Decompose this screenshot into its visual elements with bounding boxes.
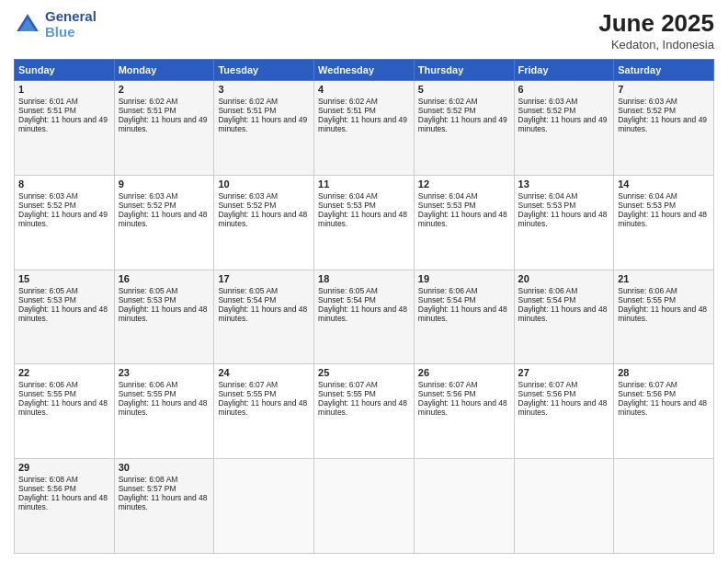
day-info: Sunrise: 6:06 AMSunset: 5:55 PMDaylight:… bbox=[618, 286, 707, 323]
day-info: Sunrise: 6:03 AMSunset: 5:52 PMDaylight:… bbox=[218, 191, 307, 228]
day-number: 12 bbox=[418, 178, 510, 190]
calendar-cell: 1Sunrise: 6:01 AMSunset: 5:51 PMDaylight… bbox=[15, 81, 115, 176]
day-header: Saturday bbox=[614, 60, 714, 81]
day-number: 3 bbox=[218, 84, 310, 95]
calendar-cell: 9Sunrise: 6:03 AMSunset: 5:52 PMDaylight… bbox=[114, 175, 214, 270]
day-number: 17 bbox=[218, 273, 310, 284]
day-info: Sunrise: 6:07 AMSunset: 5:55 PMDaylight:… bbox=[218, 380, 307, 417]
day-info: Sunrise: 6:03 AMSunset: 5:52 PMDaylight:… bbox=[119, 191, 208, 228]
header: General Blue June 2025 Kedaton, Indonesi… bbox=[14, 9, 714, 52]
day-info: Sunrise: 6:04 AMSunset: 5:53 PMDaylight:… bbox=[518, 191, 608, 228]
calendar-header-row: SundayMondayTuesdayWednesdayThursdayFrid… bbox=[15, 60, 714, 81]
calendar-cell: 7Sunrise: 6:03 AMSunset: 5:52 PMDaylight… bbox=[614, 81, 714, 176]
day-info: Sunrise: 6:05 AMSunset: 5:53 PMDaylight:… bbox=[18, 286, 108, 323]
calendar-cell: 15Sunrise: 6:05 AMSunset: 5:53 PMDayligh… bbox=[15, 270, 115, 364]
calendar-cell: 19Sunrise: 6:06 AMSunset: 5:54 PMDayligh… bbox=[414, 270, 514, 364]
day-number: 16 bbox=[119, 273, 210, 284]
calendar-cell: 2Sunrise: 6:02 AMSunset: 5:51 PMDaylight… bbox=[114, 81, 214, 176]
day-info: Sunrise: 6:02 AMSunset: 5:51 PMDaylight:… bbox=[218, 97, 307, 133]
day-number: 13 bbox=[518, 178, 610, 190]
day-number: 1 bbox=[18, 84, 110, 95]
calendar-cell: 10Sunrise: 6:03 AMSunset: 5:52 PMDayligh… bbox=[214, 175, 314, 270]
day-info: Sunrise: 6:03 AMSunset: 5:52 PMDaylight:… bbox=[518, 97, 608, 133]
day-number: 8 bbox=[18, 178, 110, 190]
day-header: Sunday bbox=[15, 60, 115, 81]
calendar-cell: 24Sunrise: 6:07 AMSunset: 5:55 PMDayligh… bbox=[214, 364, 314, 459]
day-number: 23 bbox=[119, 367, 210, 378]
calendar-cell: 12Sunrise: 6:04 AMSunset: 5:53 PMDayligh… bbox=[414, 175, 514, 270]
calendar-cell: 3Sunrise: 6:02 AMSunset: 5:51 PMDaylight… bbox=[214, 81, 314, 176]
calendar-cell: 25Sunrise: 6:07 AMSunset: 5:55 PMDayligh… bbox=[314, 364, 415, 459]
day-info: Sunrise: 6:05 AMSunset: 5:54 PMDaylight:… bbox=[318, 286, 407, 323]
day-number: 29 bbox=[18, 462, 110, 473]
calendar-cell: 22Sunrise: 6:06 AMSunset: 5:55 PMDayligh… bbox=[15, 364, 115, 459]
day-number: 2 bbox=[119, 84, 210, 95]
day-number: 10 bbox=[218, 178, 310, 190]
calendar-cell: 20Sunrise: 6:06 AMSunset: 5:54 PMDayligh… bbox=[514, 270, 614, 364]
calendar-cell bbox=[614, 459, 714, 554]
day-header: Monday bbox=[114, 60, 214, 81]
logo: General Blue bbox=[14, 9, 97, 40]
calendar-cell bbox=[514, 459, 614, 554]
day-header: Thursday bbox=[414, 60, 514, 81]
day-number: 9 bbox=[119, 178, 210, 190]
day-info: Sunrise: 6:04 AMSunset: 5:53 PMDaylight:… bbox=[318, 191, 407, 228]
day-info: Sunrise: 6:02 AMSunset: 5:52 PMDaylight:… bbox=[418, 97, 507, 133]
calendar-table: SundayMondayTuesdayWednesdayThursdayFrid… bbox=[14, 59, 714, 554]
day-info: Sunrise: 6:08 AMSunset: 5:57 PMDaylight:… bbox=[119, 475, 208, 511]
calendar-cell: 21Sunrise: 6:06 AMSunset: 5:55 PMDayligh… bbox=[614, 270, 714, 364]
day-number: 5 bbox=[418, 84, 510, 95]
calendar-cell: 6Sunrise: 6:03 AMSunset: 5:52 PMDaylight… bbox=[514, 81, 614, 176]
day-info: Sunrise: 6:03 AMSunset: 5:52 PMDaylight:… bbox=[18, 191, 108, 228]
day-number: 14 bbox=[618, 178, 710, 190]
day-number: 28 bbox=[618, 367, 710, 378]
day-info: Sunrise: 6:06 AMSunset: 5:55 PMDaylight:… bbox=[119, 380, 208, 417]
logo-icon bbox=[14, 11, 41, 39]
day-number: 20 bbox=[518, 273, 610, 284]
day-header: Wednesday bbox=[314, 60, 415, 81]
day-number: 24 bbox=[218, 367, 310, 378]
calendar-cell: 14Sunrise: 6:04 AMSunset: 5:53 PMDayligh… bbox=[614, 175, 714, 270]
page: General Blue June 2025 Kedaton, Indonesi… bbox=[0, 0, 728, 563]
title-block: June 2025 Kedaton, Indonesia bbox=[598, 9, 714, 52]
calendar-cell: 18Sunrise: 6:05 AMSunset: 5:54 PMDayligh… bbox=[314, 270, 415, 364]
day-info: Sunrise: 6:06 AMSunset: 5:54 PMDaylight:… bbox=[518, 286, 608, 323]
day-info: Sunrise: 6:06 AMSunset: 5:55 PMDaylight:… bbox=[18, 380, 108, 417]
day-number: 4 bbox=[318, 84, 410, 95]
day-number: 15 bbox=[18, 273, 110, 284]
calendar-cell: 26Sunrise: 6:07 AMSunset: 5:56 PMDayligh… bbox=[414, 364, 514, 459]
calendar-cell bbox=[214, 459, 314, 554]
calendar-cell: 4Sunrise: 6:02 AMSunset: 5:51 PMDaylight… bbox=[314, 81, 415, 176]
day-number: 21 bbox=[618, 273, 710, 284]
day-number: 6 bbox=[518, 84, 610, 95]
calendar-cell bbox=[414, 459, 514, 554]
day-number: 25 bbox=[318, 367, 410, 378]
day-number: 27 bbox=[518, 367, 610, 378]
location: Kedaton, Indonesia bbox=[598, 38, 714, 52]
calendar-cell: 11Sunrise: 6:04 AMSunset: 5:53 PMDayligh… bbox=[314, 175, 415, 270]
calendar-cell: 16Sunrise: 6:05 AMSunset: 5:53 PMDayligh… bbox=[114, 270, 214, 364]
day-number: 7 bbox=[618, 84, 710, 95]
day-header: Tuesday bbox=[214, 60, 314, 81]
calendar-cell: 23Sunrise: 6:06 AMSunset: 5:55 PMDayligh… bbox=[114, 364, 214, 459]
day-info: Sunrise: 6:07 AMSunset: 5:56 PMDaylight:… bbox=[418, 380, 507, 417]
day-info: Sunrise: 6:05 AMSunset: 5:54 PMDaylight:… bbox=[218, 286, 307, 323]
day-info: Sunrise: 6:07 AMSunset: 5:56 PMDaylight:… bbox=[518, 380, 608, 417]
calendar-cell: 5Sunrise: 6:02 AMSunset: 5:52 PMDaylight… bbox=[414, 81, 514, 176]
day-info: Sunrise: 6:01 AMSunset: 5:51 PMDaylight:… bbox=[18, 97, 108, 133]
calendar-cell: 17Sunrise: 6:05 AMSunset: 5:54 PMDayligh… bbox=[214, 270, 314, 364]
calendar-cell: 27Sunrise: 6:07 AMSunset: 5:56 PMDayligh… bbox=[514, 364, 614, 459]
day-info: Sunrise: 6:07 AMSunset: 5:55 PMDaylight:… bbox=[318, 380, 407, 417]
calendar-cell: 29Sunrise: 6:08 AMSunset: 5:56 PMDayligh… bbox=[15, 459, 115, 554]
day-number: 22 bbox=[18, 367, 110, 378]
day-number: 18 bbox=[318, 273, 410, 284]
day-info: Sunrise: 6:04 AMSunset: 5:53 PMDaylight:… bbox=[618, 191, 707, 228]
day-info: Sunrise: 6:06 AMSunset: 5:54 PMDaylight:… bbox=[418, 286, 507, 323]
day-info: Sunrise: 6:04 AMSunset: 5:53 PMDaylight:… bbox=[418, 191, 507, 228]
calendar-cell: 8Sunrise: 6:03 AMSunset: 5:52 PMDaylight… bbox=[15, 175, 115, 270]
calendar-cell: 13Sunrise: 6:04 AMSunset: 5:53 PMDayligh… bbox=[514, 175, 614, 270]
day-number: 11 bbox=[318, 178, 410, 190]
day-info: Sunrise: 6:03 AMSunset: 5:52 PMDaylight:… bbox=[618, 97, 707, 133]
day-header: Friday bbox=[514, 60, 614, 81]
month-title: June 2025 bbox=[598, 9, 714, 38]
